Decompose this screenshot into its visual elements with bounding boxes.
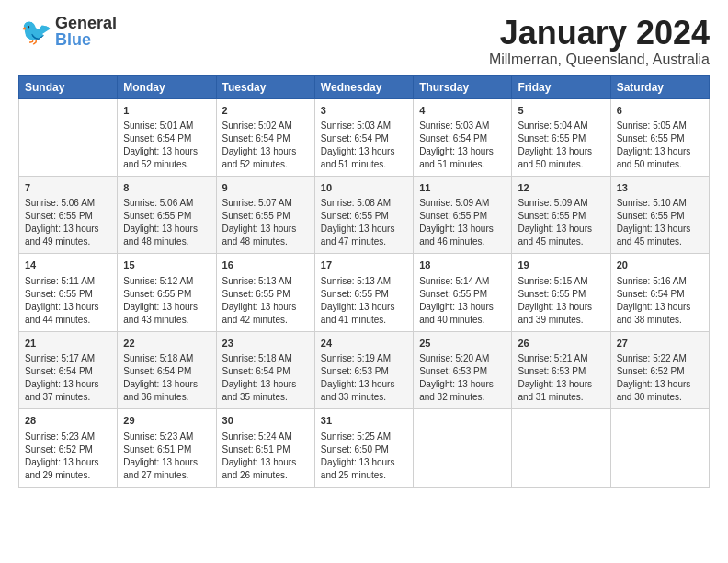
calendar-cell: 10 Sunrise: 5:08 AM Sunset: 6:55 PM Dayl…	[314, 176, 413, 253]
day-number: 30	[222, 414, 309, 428]
day-number: 18	[419, 259, 506, 272]
sunrise-text: Sunrise: 5:21 AM	[518, 353, 587, 363]
daylight-text: Daylight: 13 hours and 33 minutes.	[321, 379, 395, 402]
calendar-cell: 23 Sunrise: 5:18 AM Sunset: 6:54 PM Dayl…	[216, 331, 314, 408]
sunset-text: Sunset: 6:55 PM	[123, 211, 191, 221]
daylight-text: Daylight: 13 hours and 50 minutes.	[617, 146, 691, 169]
sunset-text: Sunset: 6:53 PM	[518, 366, 586, 376]
daylight-text: Daylight: 13 hours and 43 minutes.	[123, 302, 198, 325]
calendar-week-row: 7 Sunrise: 5:06 AM Sunset: 6:55 PM Dayli…	[19, 176, 710, 253]
sunrise-text: Sunrise: 5:06 AM	[123, 198, 193, 208]
day-number: 17	[321, 259, 407, 272]
calendar-cell: 21 Sunrise: 5:17 AM Sunset: 6:54 PM Dayl…	[19, 331, 118, 408]
sunset-text: Sunset: 6:54 PM	[222, 133, 290, 144]
sunrise-text: Sunrise: 5:23 AM	[25, 431, 95, 442]
daylight-text: Daylight: 13 hours and 50 minutes.	[518, 146, 592, 169]
sunrise-text: Sunrise: 5:01 AM	[123, 121, 193, 131]
calendar-cell: 5 Sunrise: 5:04 AM Sunset: 6:55 PM Dayli…	[512, 98, 610, 176]
day-number: 21	[25, 337, 111, 350]
daylight-text: Daylight: 13 hours and 39 minutes.	[518, 302, 592, 325]
svg-text:🐦: 🐦	[20, 17, 51, 47]
daylight-text: Daylight: 13 hours and 48 minutes.	[222, 224, 297, 247]
sunset-text: Sunset: 6:51 PM	[222, 444, 290, 454]
daylight-text: Daylight: 13 hours and 32 minutes.	[419, 379, 494, 402]
sunset-text: Sunset: 6:55 PM	[518, 133, 586, 144]
sunrise-text: Sunrise: 5:17 AM	[25, 353, 95, 363]
daylight-text: Daylight: 13 hours and 45 minutes.	[518, 224, 592, 247]
sunset-text: Sunset: 6:55 PM	[123, 289, 191, 299]
calendar-cell: 9 Sunrise: 5:07 AM Sunset: 6:55 PM Dayli…	[216, 176, 314, 253]
day-number: 10	[321, 181, 407, 195]
daylight-text: Daylight: 13 hours and 31 minutes.	[518, 379, 592, 402]
logo-general-text: General	[55, 15, 117, 31]
sunrise-text: Sunrise: 5:03 AM	[419, 121, 489, 131]
sunrise-text: Sunrise: 5:02 AM	[222, 121, 292, 131]
calendar-cell: 28 Sunrise: 5:23 AM Sunset: 6:52 PM Dayl…	[19, 409, 118, 487]
calendar-cell: 30 Sunrise: 5:24 AM Sunset: 6:51 PM Dayl…	[216, 409, 314, 487]
sunset-text: Sunset: 6:52 PM	[617, 366, 685, 376]
sunset-text: Sunset: 6:55 PM	[617, 133, 685, 144]
daylight-text: Daylight: 13 hours and 25 minutes.	[321, 457, 395, 480]
sunset-text: Sunset: 6:55 PM	[222, 211, 290, 221]
daylight-text: Daylight: 13 hours and 48 minutes.	[123, 224, 198, 247]
day-number: 7	[25, 181, 111, 195]
calendar-cell: 20 Sunrise: 5:16 AM Sunset: 6:54 PM Dayl…	[610, 254, 709, 331]
sunrise-text: Sunrise: 5:13 AM	[222, 276, 292, 286]
day-number: 26	[518, 337, 604, 350]
sunset-text: Sunset: 6:55 PM	[321, 289, 389, 299]
header-monday: Monday	[118, 75, 216, 98]
day-number: 27	[617, 337, 703, 350]
logo-text: General Blue	[55, 15, 117, 48]
sunrise-text: Sunrise: 5:22 AM	[617, 353, 687, 363]
header-saturday: Saturday	[610, 75, 709, 98]
sunrise-text: Sunrise: 5:14 AM	[419, 276, 489, 286]
sunset-text: Sunset: 6:55 PM	[419, 211, 487, 221]
calendar-cell: 26 Sunrise: 5:21 AM Sunset: 6:53 PM Dayl…	[512, 331, 610, 408]
calendar-cell: 2 Sunrise: 5:02 AM Sunset: 6:54 PM Dayli…	[216, 98, 314, 176]
calendar-cell	[414, 409, 512, 487]
calendar-subtitle: Millmerran, Queensland, Australia	[489, 52, 710, 68]
calendar-cell: 16 Sunrise: 5:13 AM Sunset: 6:55 PM Dayl…	[216, 254, 314, 331]
page: 🐦 General Blue January 2024 Millmerran, …	[0, 0, 728, 497]
header-wednesday: Wednesday	[314, 75, 413, 98]
calendar-cell	[512, 409, 610, 487]
calendar-cell: 12 Sunrise: 5:09 AM Sunset: 6:55 PM Dayl…	[512, 176, 610, 253]
calendar-cell: 4 Sunrise: 5:03 AM Sunset: 6:54 PM Dayli…	[414, 98, 512, 176]
daylight-text: Daylight: 13 hours and 29 minutes.	[25, 457, 99, 480]
sunset-text: Sunset: 6:54 PM	[617, 289, 685, 299]
day-number: 20	[617, 259, 703, 272]
header-tuesday: Tuesday	[216, 75, 314, 98]
calendar-cell	[19, 98, 118, 176]
sunset-text: Sunset: 6:55 PM	[321, 211, 389, 221]
header-friday: Friday	[512, 75, 610, 98]
daylight-text: Daylight: 13 hours and 51 minutes.	[321, 146, 395, 169]
day-number: 19	[518, 259, 604, 272]
sunset-text: Sunset: 6:54 PM	[123, 366, 191, 376]
sunrise-text: Sunrise: 5:18 AM	[222, 353, 292, 363]
sunset-text: Sunset: 6:50 PM	[321, 444, 389, 454]
calendar-week-row: 28 Sunrise: 5:23 AM Sunset: 6:52 PM Dayl…	[19, 409, 710, 487]
daylight-text: Daylight: 13 hours and 46 minutes.	[419, 224, 494, 247]
day-number: 23	[222, 337, 309, 350]
daylight-text: Daylight: 13 hours and 26 minutes.	[222, 457, 297, 480]
sunset-text: Sunset: 6:55 PM	[222, 289, 290, 299]
sunrise-text: Sunrise: 5:25 AM	[321, 431, 391, 442]
day-number: 1	[123, 104, 210, 118]
calendar-cell: 29 Sunrise: 5:23 AM Sunset: 6:51 PM Dayl…	[118, 409, 216, 487]
day-number: 24	[321, 337, 407, 350]
sunrise-text: Sunrise: 5:11 AM	[25, 276, 95, 286]
logo-bird-icon: 🐦	[18, 15, 51, 48]
day-number: 11	[419, 181, 506, 195]
daylight-text: Daylight: 13 hours and 36 minutes.	[123, 379, 198, 402]
daylight-text: Daylight: 13 hours and 44 minutes.	[25, 302, 99, 325]
day-number: 13	[617, 181, 703, 195]
sunrise-text: Sunrise: 5:13 AM	[321, 276, 391, 286]
sunset-text: Sunset: 6:55 PM	[25, 211, 93, 221]
logo-blue-text: Blue	[55, 31, 117, 48]
sunrise-text: Sunrise: 5:23 AM	[123, 431, 193, 442]
sunrise-text: Sunrise: 5:20 AM	[419, 353, 489, 363]
calendar-header-row: Sunday Monday Tuesday Wednesday Thursday…	[19, 75, 710, 98]
calendar-cell: 11 Sunrise: 5:09 AM Sunset: 6:55 PM Dayl…	[414, 176, 512, 253]
daylight-text: Daylight: 13 hours and 47 minutes.	[321, 224, 395, 247]
sunrise-text: Sunrise: 5:07 AM	[222, 198, 292, 208]
